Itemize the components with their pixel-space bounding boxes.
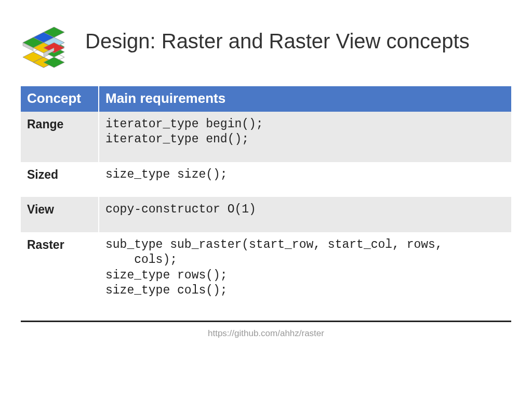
concept-cell: Range <box>21 112 99 162</box>
table-row: Raster sub_type sub_raster(start_row, st… <box>21 232 511 313</box>
concept-cell: Sized <box>21 162 99 197</box>
raster-grid-icon <box>12 26 75 73</box>
slide-title: Design: Raster and Raster View concepts <box>85 26 470 53</box>
concept-cell: View <box>21 197 99 232</box>
requirements-cell: copy-constructor O(1) <box>99 197 511 232</box>
table-row: Range iterator_type begin(); iterator_ty… <box>21 112 511 162</box>
concepts-table: Concept Main requirements Range iterator… <box>21 86 511 313</box>
footer-url: https://github.com/ahhz/raster <box>0 328 532 339</box>
logo-icon <box>12 26 75 73</box>
requirements-cell: sub_type sub_raster(start_row, start_col… <box>99 232 511 313</box>
table-header-row: Concept Main requirements <box>21 86 511 112</box>
requirements-cell: size_type size(); <box>99 162 511 197</box>
col-header-concept: Concept <box>21 86 99 112</box>
col-header-requirements: Main requirements <box>99 86 511 112</box>
concept-cell: Raster <box>21 232 99 313</box>
requirements-cell: iterator_type begin(); iterator_type end… <box>99 112 511 162</box>
table-row: View copy-constructor O(1) <box>21 197 511 232</box>
footer-divider <box>21 321 511 322</box>
slide-header: Design: Raster and Raster View concepts <box>0 0 532 83</box>
table-row: Sized size_type size(); <box>21 162 511 197</box>
